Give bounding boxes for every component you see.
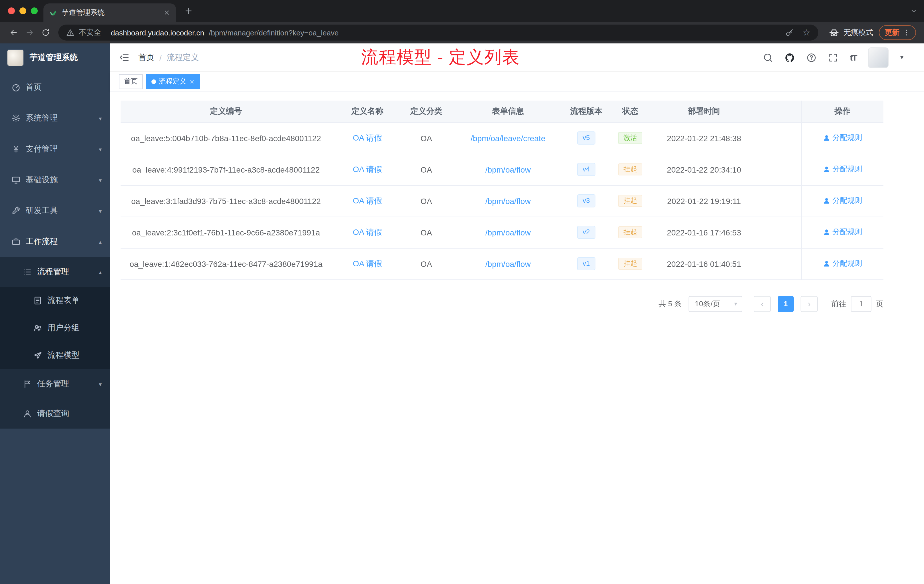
assign-rule-link[interactable]: 分配规则 xyxy=(823,164,862,175)
sidebar: 芋道管理系统 首页系统管理支付管理基础设施研发工具工作流程流程管理流程表单用户分… xyxy=(0,43,110,584)
sidebar-item-devtools[interactable]: 研发工具 xyxy=(0,195,110,226)
breadcrumb: 首页 / 流程定义 xyxy=(138,52,199,63)
sidebar-item-process-form[interactable]: 流程表单 xyxy=(0,287,110,314)
cell-deploy-time: 2022-01-22 20:34:10 xyxy=(655,154,753,185)
sidebar-item-label: 流程表单 xyxy=(48,295,79,306)
chevron-down-icon xyxy=(99,381,102,387)
form-link[interactable]: /bpm/oa/leave/create xyxy=(470,134,545,143)
status-tag: 挂起 xyxy=(618,258,642,270)
next-page-button[interactable] xyxy=(800,296,818,312)
definition-name-link[interactable]: OA 请假 xyxy=(353,164,382,173)
goto-page-input[interactable] xyxy=(851,296,871,312)
prev-page-button[interactable] xyxy=(754,296,771,312)
table-header-row: 定义编号 定义名称 定义分类 表单信息 流程版本 状态 部署时间 操作 xyxy=(120,101,883,122)
form-link[interactable]: /bpm/oa/flow xyxy=(485,259,531,268)
tab-close-icon[interactable] xyxy=(163,9,170,16)
reload-button[interactable] xyxy=(38,28,54,37)
sidebar-item-infrastructure[interactable]: 基础设施 xyxy=(0,165,110,195)
cell-gap xyxy=(753,122,801,154)
browser-tab[interactable]: 芋道管理系统 xyxy=(43,3,176,22)
form-link[interactable]: /bpm/oa/flow xyxy=(485,196,531,205)
cell-definition-id: oa_leave:5:004b710b-7b8a-11ec-8ef0-acde4… xyxy=(120,122,332,154)
fullscreen-icon[interactable] xyxy=(828,52,838,63)
sidebar-logo[interactable]: 芋道管理系统 xyxy=(0,43,110,72)
font-size-icon[interactable]: tT xyxy=(850,53,857,62)
github-icon[interactable] xyxy=(785,52,795,63)
status-tag: 挂起 xyxy=(618,195,642,207)
cell-deploy-time: 2022-01-22 21:48:38 xyxy=(655,122,753,154)
page-size-select[interactable]: 10条/页 xyxy=(688,296,742,312)
sidebar-item-task-manage[interactable]: 任务管理 xyxy=(0,369,110,399)
url-path: /bpm/manager/definition?key=oa_leave xyxy=(209,28,339,37)
tags-view: 首页流程定义 xyxy=(110,72,924,91)
assign-rule-link[interactable]: 分配规则 xyxy=(823,259,862,269)
sidebar-item-process-model[interactable]: 流程模型 xyxy=(0,342,110,369)
col-form-info: 表单信息 xyxy=(449,101,567,122)
process-model-icon xyxy=(33,351,42,360)
avatar-caret-icon[interactable] xyxy=(900,54,903,61)
window-zoom-button[interactable] xyxy=(31,7,38,14)
divider xyxy=(106,28,106,36)
sidebar-item-system[interactable]: 系统管理 xyxy=(0,103,110,134)
update-button[interactable]: 更新 xyxy=(879,25,916,40)
window-close-button[interactable] xyxy=(8,7,15,14)
page-number-button[interactable]: 1 xyxy=(778,296,794,312)
tab-search-button[interactable] xyxy=(910,7,917,14)
sidebar-item-payment[interactable]: 支付管理 xyxy=(0,134,110,165)
assign-rule-link[interactable]: 分配规则 xyxy=(823,196,862,206)
breadcrumb-home[interactable]: 首页 xyxy=(138,52,154,63)
cell-category: OA xyxy=(403,216,449,248)
browser-menu-icon[interactable] xyxy=(902,28,910,36)
sidebar-item-process-manage[interactable]: 流程管理 xyxy=(0,257,110,287)
cell-definition-id: oa_leave:2:3c1f0ef1-76b1-11ec-9c66-a2380… xyxy=(120,216,332,248)
sidebar-item-user-group[interactable]: 用户分组 xyxy=(0,314,110,342)
definition-name-link[interactable]: OA 请假 xyxy=(353,133,382,142)
pagination: 共 5 条 10条/页 1 前往 页 xyxy=(120,296,883,312)
tag-流程定义[interactable]: 流程定义 xyxy=(146,74,200,89)
col-definition-name: 定义名称 xyxy=(332,101,403,122)
search-icon[interactable] xyxy=(763,52,774,63)
sidebar-item-label: 流程模型 xyxy=(48,350,79,361)
back-button[interactable] xyxy=(6,28,22,37)
sidebar-item-workflow[interactable]: 工作流程 xyxy=(0,226,110,257)
security-warning-icon[interactable] xyxy=(66,28,74,36)
cell-gap xyxy=(753,216,801,248)
forward-button[interactable] xyxy=(22,28,38,37)
definition-name-link[interactable]: OA 请假 xyxy=(353,227,382,236)
sidebar-item-label: 请假查询 xyxy=(37,409,69,419)
sidebar-toggle-button[interactable] xyxy=(119,52,130,63)
main-area: 首页 / 流程定义 tT 流程模型 - 定义列表 首页流程定义 xyxy=(110,43,924,584)
version-tag: v2 xyxy=(577,226,596,239)
chevron-down-icon xyxy=(99,146,102,152)
page-content: 定义编号 定义名称 定义分类 表单信息 流程版本 状态 部署时间 操作 oa_l… xyxy=(110,91,924,584)
avatar[interactable] xyxy=(868,47,889,68)
password-key-icon[interactable] xyxy=(785,28,794,37)
logo-image xyxy=(7,49,24,66)
form-link[interactable]: /bpm/oa/flow xyxy=(485,165,531,174)
cell-deploy-time: 2022-01-16 17:46:53 xyxy=(655,216,753,248)
help-icon[interactable] xyxy=(807,52,817,63)
bookmark-star-icon[interactable] xyxy=(803,27,810,38)
status-tag: 挂起 xyxy=(618,226,642,238)
form-link[interactable]: /bpm/oa/flow xyxy=(485,228,531,237)
tag-dot xyxy=(152,79,156,84)
address-bar[interactable]: 不安全 dashboard.yudao.iocoder.cn/bpm/manag… xyxy=(58,25,818,41)
cell-gap xyxy=(753,248,801,279)
assign-rule-link[interactable]: 分配规则 xyxy=(823,133,862,143)
cell-deploy-time: 2022-01-22 19:19:11 xyxy=(655,185,753,216)
new-tab-button[interactable] xyxy=(184,6,193,15)
sidebar-item-home[interactable]: 首页 xyxy=(0,72,110,103)
tag-首页[interactable]: 首页 xyxy=(119,74,143,89)
assign-rule-link[interactable]: 分配规则 xyxy=(823,227,862,238)
tab-title: 芋道管理系统 xyxy=(62,8,159,17)
table-row: oa_leave:5:004b710b-7b8a-11ec-8ef0-acde4… xyxy=(120,122,883,154)
sidebar-item-label: 系统管理 xyxy=(26,113,58,124)
window-minimize-button[interactable] xyxy=(20,7,26,14)
sidebar-menu: 首页系统管理支付管理基础设施研发工具工作流程流程管理流程表单用户分组流程模型任务… xyxy=(0,72,110,429)
definition-name-link[interactable]: OA 请假 xyxy=(353,259,382,268)
table-row: oa_leave:2:3c1f0ef1-76b1-11ec-9c66-a2380… xyxy=(120,216,883,248)
tag-close-icon[interactable] xyxy=(189,79,195,84)
definition-name-link[interactable]: OA 请假 xyxy=(353,196,382,205)
browser-window: 芋道管理系统 不安全 dashboard.yudao.iocoder.cn/bp… xyxy=(0,0,924,584)
sidebar-item-leave-query[interactable]: 请假查询 xyxy=(0,399,110,429)
